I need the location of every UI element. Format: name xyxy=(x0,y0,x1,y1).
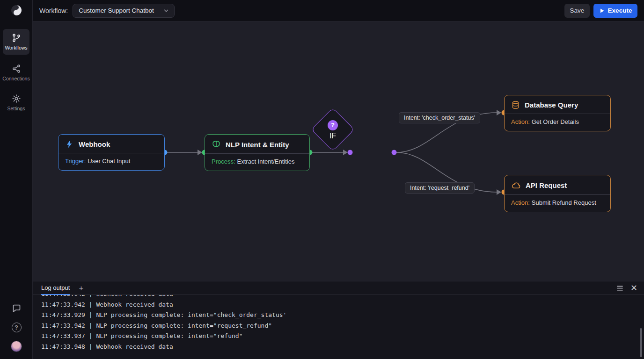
edge-label-check-order-status: Intent: 'check_order_status' xyxy=(399,112,480,123)
list-icon[interactable] xyxy=(616,284,624,292)
sidebar-item-connections[interactable]: Connections xyxy=(3,60,29,86)
workflow-selected-value: Customer Support Chatbot xyxy=(79,7,154,14)
chat-bubble-icon xyxy=(11,303,22,313)
chevron-down-icon xyxy=(163,7,169,14)
node-webhook-body: Trigger:User Chat Input xyxy=(59,153,164,170)
workflow-canvas[interactable]: Webhook Trigger:User Chat Input NLP Inte… xyxy=(33,22,644,281)
node-type-label: Action: xyxy=(511,199,530,206)
save-button[interactable]: Save xyxy=(564,4,590,18)
cloud-icon xyxy=(511,180,521,190)
log-header-actions: ✕ xyxy=(616,284,644,292)
node-title: IF xyxy=(329,132,336,140)
workflow-label: Workflow: xyxy=(39,7,68,14)
add-tab-button[interactable]: + xyxy=(79,284,83,292)
sidebar-item-settings[interactable]: Settings xyxy=(3,90,29,115)
node-description: Get Order Details xyxy=(532,118,579,125)
close-icon[interactable]: ✕ xyxy=(630,284,637,292)
log-content[interactable]: 11:47:33.942 | Webhook received data 11:… xyxy=(33,295,644,359)
tab-log-output[interactable]: Log output xyxy=(41,281,70,295)
log-line: 11:47:33.942 | Webhook received data xyxy=(41,295,644,300)
execute-button-label: Execute xyxy=(608,7,632,14)
node-database-query[interactable]: Database Query Action:Get Order Details xyxy=(504,95,611,131)
log-line: 11:47:33.929 | NLP processing complete: … xyxy=(41,310,644,321)
node-webhook[interactable]: Webhook Trigger:User Chat Input xyxy=(58,134,165,171)
log-line: 11:47:33.942 | NLP processing complete: … xyxy=(41,321,644,331)
node-type-label: Trigger: xyxy=(65,158,86,165)
brain-icon xyxy=(212,140,221,149)
help-button[interactable]: ? xyxy=(0,323,33,332)
question-mark-icon: ? xyxy=(12,323,22,332)
node-nlp-header: NLP Intent & Entity xyxy=(205,135,309,153)
share-icon xyxy=(11,64,22,74)
edge-label-request-refund: Intent: 'request_refund' xyxy=(405,182,475,194)
node-database-header: Database Query xyxy=(505,95,610,114)
log-scrollbar[interactable] xyxy=(640,328,642,357)
workflow-app: Workflows Connections Settings xyxy=(0,0,644,359)
node-nlp[interactable]: NLP Intent & Entity Process:Extract Inte… xyxy=(205,134,310,171)
node-description: Submit Refund Request xyxy=(532,199,596,206)
chat-button[interactable] xyxy=(0,303,33,313)
topbar-actions: Save Execute xyxy=(564,4,644,18)
log-header: Log output + ✕ xyxy=(33,281,644,295)
node-api-body: Action:Submit Refund Request xyxy=(505,195,610,212)
workflow-selector[interactable]: Customer Support Chatbot xyxy=(73,4,175,18)
node-description: User Chat Input xyxy=(88,158,130,165)
lightning-bolt-icon xyxy=(65,140,74,149)
sidebar-item-workflows[interactable]: Workflows xyxy=(3,29,29,55)
node-type-label: Process: xyxy=(212,158,235,165)
user-menu-button[interactable] xyxy=(0,341,33,352)
if-input-port[interactable] xyxy=(348,150,353,155)
log-line: 11:47:33.948 | Webhook received data xyxy=(41,342,644,352)
sidebar-item-label: Workflows xyxy=(5,45,27,50)
node-title: NLP Intent & Entity xyxy=(226,141,289,149)
question-mark-icon: ? xyxy=(328,120,338,130)
log-line: 11:47:33.942 | Webhook received data xyxy=(41,300,644,310)
node-api-request[interactable]: API Request Action:Submit Refund Request xyxy=(504,175,611,212)
avatar xyxy=(11,341,22,352)
node-title: Database Query xyxy=(525,101,578,109)
log-line: 11:47:33.937 | NLP processing complete: … xyxy=(41,331,644,342)
node-api-header: API Request xyxy=(505,175,610,194)
node-nlp-body: Process:Extract Intent/Entities xyxy=(205,154,309,171)
gear-icon xyxy=(11,93,22,104)
log-panel: Log output + ✕ 11:47:33.942 | Webhook re… xyxy=(33,281,644,359)
node-type-label: Action: xyxy=(511,118,530,125)
execute-button[interactable]: Execute xyxy=(593,4,637,18)
node-title: Webhook xyxy=(79,140,110,148)
topbar: Workflow: Customer Support Chatbot Save … xyxy=(33,0,644,22)
node-if-content: ? IF xyxy=(314,117,351,143)
node-webhook-header: Webhook xyxy=(59,135,164,153)
app-logo[interactable] xyxy=(0,4,33,17)
git-branch-icon xyxy=(11,33,22,43)
node-database-body: Action:Get Order Details xyxy=(505,114,610,131)
database-icon xyxy=(511,101,520,109)
sidebar: Workflows Connections Settings xyxy=(0,0,33,359)
sidebar-item-label: Connections xyxy=(2,76,29,81)
sidebar-item-label: Settings xyxy=(7,106,25,111)
if-output-port[interactable] xyxy=(392,150,397,155)
node-title: API Request xyxy=(526,181,567,189)
play-icon xyxy=(599,8,605,14)
node-description: Extract Intent/Entities xyxy=(237,158,295,165)
